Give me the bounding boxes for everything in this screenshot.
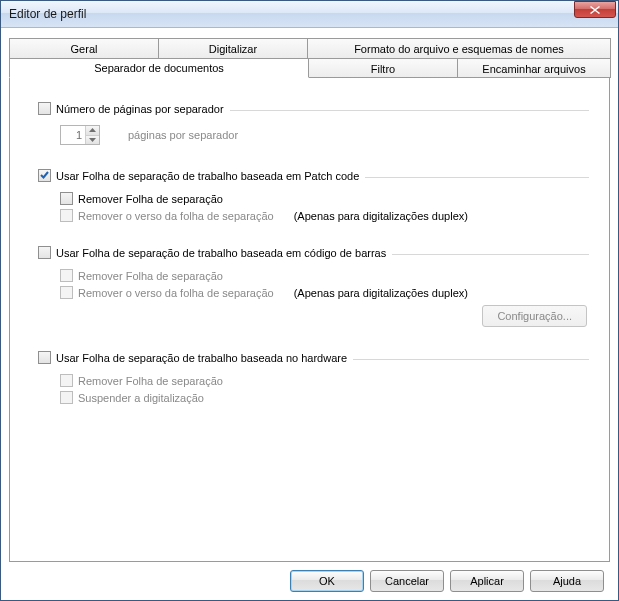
apply-button[interactable]: Aplicar — [450, 570, 524, 592]
label-barcode-remove-back: Remover o verso da folha de separação — [78, 287, 274, 299]
checkbox-barcode-remove — [60, 269, 73, 282]
label-barcode: Usar Folha de separação de trabalho base… — [56, 247, 386, 259]
titlebar: Editor de perfil — [1, 1, 618, 28]
pages-input[interactable] — [61, 126, 85, 144]
help-button[interactable]: Ajuda — [530, 570, 604, 592]
close-icon — [590, 6, 600, 14]
tab-page: Número de páginas por separador páginas … — [9, 77, 610, 562]
window-title: Editor de perfil — [9, 7, 574, 21]
tab-separador-documentos[interactable]: Separador de documentos — [9, 58, 309, 78]
label-patch-remove-back: Remover o verso da folha de separação — [78, 210, 274, 222]
chevron-up-icon — [89, 128, 96, 132]
label-barcode-note: (Apenas para digitalizações duplex) — [294, 287, 468, 299]
group-pages-per-separator: Número de páginas por separador páginas … — [38, 102, 589, 145]
checkbox-hardware[interactable] — [38, 351, 51, 364]
spin-down[interactable] — [86, 136, 99, 145]
dialog-footer: OK Cancelar Aplicar Ajuda — [9, 562, 610, 592]
group-hardware: Usar Folha de separação de trabalho base… — [38, 351, 589, 404]
barcode-config-button: Configuração... — [482, 305, 587, 327]
label-hardware-suspend: Suspender a digitalização — [78, 392, 204, 404]
label-pages-per-separator: Número de páginas por separador — [56, 103, 224, 115]
tab-geral[interactable]: Geral — [9, 38, 159, 58]
spin-up[interactable] — [86, 126, 99, 136]
dialog-window: Editor de perfil Geral Digitalizar Forma… — [0, 0, 619, 601]
group-patch-code: Usar Folha de separação de trabalho base… — [38, 169, 589, 222]
label-patch-remove: Remover Folha de separação — [78, 193, 223, 205]
label-hardware: Usar Folha de separação de trabalho base… — [56, 352, 347, 364]
tab-digitalizar[interactable]: Digitalizar — [158, 38, 308, 58]
checkbox-pages-per-separator[interactable] — [38, 102, 51, 115]
checkbox-patch-code[interactable] — [38, 169, 51, 182]
tab-encaminhar-arquivos[interactable]: Encaminhar arquivos — [457, 58, 611, 78]
close-button[interactable] — [574, 1, 616, 18]
pages-spinner[interactable] — [60, 125, 100, 145]
tab-formato-arquivo[interactable]: Formato do arquivo e esquemas de nomes — [307, 38, 611, 58]
checkbox-patch-remove[interactable] — [60, 192, 73, 205]
checkbox-hardware-remove — [60, 374, 73, 387]
checkbox-barcode-remove-back — [60, 286, 73, 299]
tabstrip: Geral Digitalizar Formato do arquivo e e… — [9, 38, 610, 78]
checkbox-hardware-suspend — [60, 391, 73, 404]
label-barcode-remove: Remover Folha de separação — [78, 270, 223, 282]
label-pages-unit: páginas por separador — [128, 129, 238, 141]
client-area: Geral Digitalizar Formato do arquivo e e… — [1, 28, 618, 600]
group-barcode: Usar Folha de separação de trabalho base… — [38, 246, 589, 327]
label-patch-code: Usar Folha de separação de trabalho base… — [56, 170, 359, 182]
checkbox-barcode[interactable] — [38, 246, 51, 259]
tab-filtro[interactable]: Filtro — [308, 58, 458, 78]
ok-button[interactable]: OK — [290, 570, 364, 592]
label-hardware-remove: Remover Folha de separação — [78, 375, 223, 387]
cancel-button[interactable]: Cancelar — [370, 570, 444, 592]
checkbox-patch-remove-back — [60, 209, 73, 222]
label-patch-note: (Apenas para digitalizações duplex) — [294, 210, 468, 222]
chevron-down-icon — [89, 138, 96, 142]
